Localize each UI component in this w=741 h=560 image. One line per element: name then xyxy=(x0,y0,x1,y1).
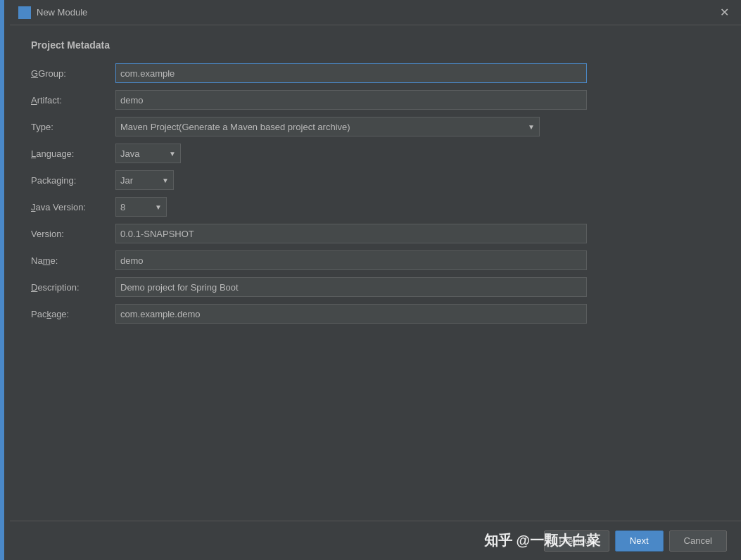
name-input[interactable] xyxy=(115,250,587,270)
package-label: Package: xyxy=(31,309,115,319)
title-bar-left: New Module xyxy=(18,6,87,19)
type-value: Maven Project (Generate a Maven based pr… xyxy=(115,117,524,136)
language-input-group: Java ▼ xyxy=(115,144,181,163)
module-icon xyxy=(18,6,31,19)
artifact-input[interactable] xyxy=(115,90,587,110)
language-label: Language: xyxy=(31,148,115,159)
name-row: Name: xyxy=(31,250,720,270)
language-value: Java xyxy=(115,144,165,163)
artifact-row: Artifact: xyxy=(31,90,720,110)
previous-button[interactable]: Previous xyxy=(544,530,609,552)
java-version-input-group: 8 ▼ xyxy=(115,197,167,217)
java-version-row: Java Version: 8 ▼ xyxy=(31,197,720,217)
svg-rect-0 xyxy=(20,8,24,12)
dialog-content: Project Metadata GGroup: Artifact: Type: xyxy=(10,25,741,345)
svg-rect-2 xyxy=(20,13,24,18)
java-version-label: Java Version: xyxy=(31,202,115,212)
version-row: Version: xyxy=(31,224,720,243)
title-bar: New Module ✕ xyxy=(10,0,741,25)
packaging-label: Packaging: xyxy=(31,175,115,186)
name-label: Name: xyxy=(31,255,115,266)
dialog-footer: Previous Next Cancel xyxy=(10,521,741,560)
chevron-down-icon: ▼ xyxy=(155,203,162,211)
type-dropdown-button[interactable]: ▼ xyxy=(524,117,540,136)
description-input[interactable] xyxy=(115,277,587,297)
group-row: GGroup: xyxy=(31,63,720,83)
dialog-wrapper: New Module ✕ Project Metadata GGroup: Ar… xyxy=(0,0,741,560)
packaging-value: Jar xyxy=(115,170,158,190)
packaging-dropdown-button[interactable]: ▼ xyxy=(158,170,174,190)
java-version-dropdown-button[interactable]: ▼ xyxy=(151,197,167,217)
version-input[interactable] xyxy=(115,224,587,243)
chevron-down-icon: ▼ xyxy=(528,123,535,131)
language-dropdown-button[interactable]: ▼ xyxy=(165,144,181,163)
type-label: Type: xyxy=(31,122,115,132)
chevron-down-icon: ▼ xyxy=(162,177,169,184)
left-accent xyxy=(0,0,4,560)
language-row: Language: Java ▼ xyxy=(31,144,720,163)
chevron-down-icon: ▼ xyxy=(169,150,176,158)
window-title: New Module xyxy=(37,7,87,18)
svg-rect-1 xyxy=(25,8,30,12)
version-label: Version: xyxy=(31,229,115,239)
section-title: Project Metadata xyxy=(31,39,720,51)
group-label: GGroup: xyxy=(31,68,115,79)
svg-rect-3 xyxy=(25,13,30,18)
packaging-row: Packaging: Jar ▼ xyxy=(31,170,720,190)
next-button[interactable]: Next xyxy=(615,530,664,552)
type-row: Type: Maven Project (Generate a Maven ba… xyxy=(31,117,720,136)
cancel-button[interactable]: Cancel xyxy=(669,530,727,552)
package-input[interactable] xyxy=(115,304,587,324)
package-row: Package: xyxy=(31,304,720,324)
group-input[interactable] xyxy=(115,63,587,83)
description-label: Description: xyxy=(31,282,115,293)
dialog: New Module ✕ Project Metadata GGroup: Ar… xyxy=(10,0,741,560)
artifact-label: Artifact: xyxy=(31,95,115,106)
java-version-value: 8 xyxy=(115,197,151,217)
description-row: Description: xyxy=(31,277,720,297)
packaging-input-group: Jar ▼ xyxy=(115,170,174,190)
type-input-group: Maven Project (Generate a Maven based pr… xyxy=(115,117,540,136)
close-button[interactable]: ✕ xyxy=(716,4,733,21)
